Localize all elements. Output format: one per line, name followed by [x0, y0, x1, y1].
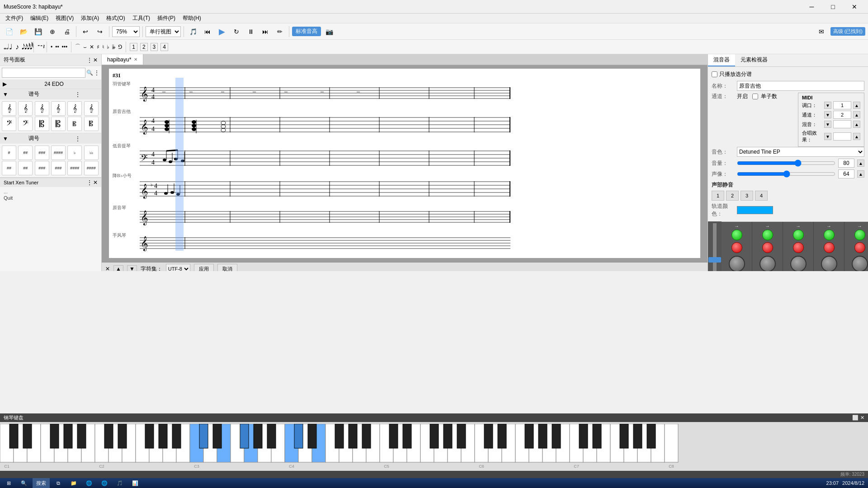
- ch-trumpet-arrow[interactable]: →: [827, 224, 831, 229]
- pan-up-btn[interactable]: ▲: [857, 170, 864, 178]
- triple-dot-btn[interactable]: •••: [62, 44, 68, 50]
- courtesy-btn[interactable]: ⅁: [118, 44, 122, 50]
- key-Ds5[interactable]: [403, 424, 411, 448]
- key-As1[interactable]: [77, 424, 86, 448]
- ch-guitar2-green[interactable]: [854, 230, 865, 240]
- skip-button[interactable]: ⏭: [259, 25, 272, 38]
- keysig-12[interactable]: ####: [84, 161, 99, 175]
- part-1-btn[interactable]: 1: [130, 43, 137, 51]
- tie-btn[interactable]: ⌣: [83, 44, 87, 50]
- xen-close-btn[interactable]: ✕: [93, 179, 98, 186]
- slur-btn[interactable]: ⌒: [75, 43, 80, 51]
- ch-bass-arrow[interactable]: →: [796, 224, 801, 229]
- open-button[interactable]: 📂: [17, 25, 30, 38]
- keysig-5[interactable]: ♭: [67, 145, 82, 160]
- tab-mixer[interactable]: 混音器: [708, 54, 735, 66]
- midi-track-input[interactable]: [833, 111, 851, 119]
- minimize-button[interactable]: ─: [802, 0, 822, 14]
- key-Ds3[interactable]: [213, 424, 222, 448]
- task-view-btn[interactable]: ⧉: [52, 478, 65, 488]
- keysig-11[interactable]: ####: [67, 161, 82, 175]
- key-Cs7[interactable]: [579, 424, 588, 448]
- master-fader[interactable]: [713, 223, 717, 271]
- search-input[interactable]: [2, 68, 85, 78]
- search-menu-btn[interactable]: ⋮: [94, 70, 99, 76]
- clef-3[interactable]: 𝄞: [35, 101, 49, 116]
- midi-pitch-up[interactable]: ▲: [853, 102, 860, 109]
- note-btn-3[interactable]: ♩: [9, 42, 13, 51]
- ch-guitar2-arrow[interactable]: →: [858, 224, 862, 229]
- section-24edo-header[interactable]: ▶ 24 EDO: [0, 80, 101, 89]
- part-btn-3[interactable]: 3: [741, 191, 753, 201]
- dot-btn[interactable]: •: [51, 44, 52, 50]
- ch-bass-knob[interactable]: [790, 256, 807, 271]
- ch-guitar-green[interactable]: [762, 230, 773, 240]
- midi-track-down[interactable]: ▼: [824, 111, 831, 118]
- key-As3[interactable]: [267, 424, 276, 448]
- clef-2[interactable]: 𝄞: [18, 101, 33, 116]
- sharp-btn[interactable]: ♯: [97, 44, 99, 50]
- ch-guitar2-knob[interactable]: [852, 256, 868, 271]
- midi-pitch-down[interactable]: ▼: [824, 102, 831, 109]
- clef-4[interactable]: 𝄞: [51, 101, 66, 116]
- cross-btn[interactable]: ✕: [90, 44, 94, 50]
- maximize-button[interactable]: □: [823, 0, 843, 14]
- key-Gs6[interactable]: [538, 424, 547, 448]
- keysig-3[interactable]: ###: [35, 145, 49, 160]
- key-As2[interactable]: [172, 424, 181, 448]
- apply-button[interactable]: 应用: [194, 264, 214, 271]
- clef-b2[interactable]: 𝄢: [18, 117, 33, 131]
- part-btn-4[interactable]: 4: [755, 191, 768, 201]
- part-2-btn[interactable]: 2: [140, 43, 148, 51]
- edge-btn[interactable]: 🌐: [98, 478, 111, 488]
- search-taskbar-btn[interactable]: 🔍: [17, 478, 31, 488]
- piano-keys[interactable]: .wk { fill: white; stroke: #888; stroke-…: [0, 422, 868, 471]
- key-Ds2[interactable]: [118, 424, 127, 448]
- dialog-up-btn[interactable]: ▲: [113, 265, 123, 271]
- score-tab-hapibayu[interactable]: hapibayu* ✕: [102, 54, 143, 65]
- key-Ds7[interactable]: [593, 424, 601, 448]
- midi-effect-up[interactable]: ▲: [853, 133, 860, 140]
- midi-effect-input[interactable]: [833, 132, 851, 141]
- key-As4[interactable]: [362, 424, 371, 448]
- sub-channel-check[interactable]: [752, 94, 758, 99]
- redo-button[interactable]: ↪: [94, 25, 106, 38]
- app2-btn[interactable]: 📊: [128, 478, 142, 488]
- xen-expand-btn[interactable]: ⋮: [87, 179, 92, 186]
- pause-button[interactable]: ⏸: [245, 25, 257, 38]
- keysig-7[interactable]: ##: [2, 161, 16, 175]
- panel-close-btn[interactable]: ✕: [93, 57, 98, 63]
- menu-tools[interactable]: 工具(T): [129, 14, 154, 23]
- volume-up-btn[interactable]: ▲: [857, 160, 864, 167]
- midi-track-up[interactable]: ▲: [853, 111, 860, 118]
- key-Fs4[interactable]: [335, 424, 344, 448]
- menu-edit[interactable]: 编辑(E): [27, 14, 52, 23]
- ch-trumpet-green[interactable]: [824, 230, 835, 240]
- screenshot-button[interactable]: 📷: [323, 25, 335, 38]
- clef-6[interactable]: 𝄞: [84, 101, 99, 116]
- chrome-btn[interactable]: 🌐: [82, 478, 96, 488]
- key-C8[interactable]: [665, 424, 678, 462]
- ch-guitar-red[interactable]: [762, 242, 773, 253]
- standard-pitch-button[interactable]: 标准音高: [292, 27, 321, 36]
- clef-b4[interactable]: 𝄡: [51, 117, 66, 131]
- key-Fs7[interactable]: [620, 424, 628, 448]
- dialog-close-btn[interactable]: ✕: [105, 266, 110, 271]
- print-button[interactable]: 🖨: [61, 25, 73, 38]
- volume-slider[interactable]: [737, 160, 835, 167]
- start-button[interactable]: ⊞: [2, 478, 15, 488]
- key-Cs2[interactable]: [104, 424, 113, 448]
- keysig-9[interactable]: ###: [35, 161, 49, 175]
- ch-guitar-arrow[interactable]: →: [765, 224, 770, 229]
- key-Cs3[interactable]: [199, 424, 208, 448]
- rewind-button[interactable]: ⏮: [201, 25, 214, 38]
- only-play-checkbox[interactable]: [712, 71, 717, 77]
- new-button[interactable]: 📄: [3, 25, 15, 38]
- zoom-select[interactable]: 75% 100% 50%: [112, 26, 140, 37]
- play-button[interactable]: ▶: [216, 25, 228, 38]
- ch-bass-red[interactable]: [793, 242, 804, 253]
- clef-5[interactable]: 𝄞: [67, 101, 82, 116]
- note-btn-4[interactable]: ♪: [15, 43, 19, 51]
- menu-file[interactable]: 文件(F): [2, 14, 27, 23]
- menu-format[interactable]: 格式(O): [103, 14, 128, 23]
